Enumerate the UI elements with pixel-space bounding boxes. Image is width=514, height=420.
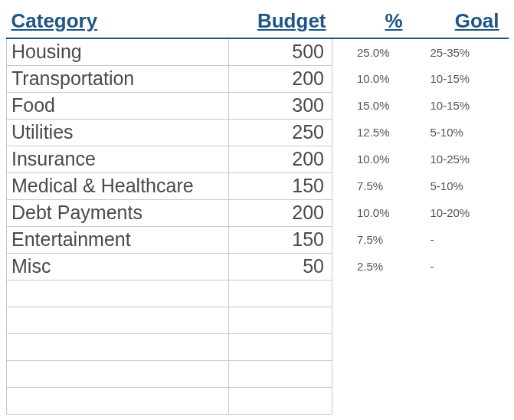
table-row bbox=[7, 360, 509, 387]
cell-goal: 5-10% bbox=[424, 119, 509, 146]
table-row: Entertainment1507.5%- bbox=[7, 226, 509, 253]
cell-budget: 150 bbox=[229, 172, 332, 199]
cell-category: Food bbox=[7, 92, 229, 119]
cell-goal: 10-15% bbox=[424, 65, 509, 92]
cell-budget bbox=[229, 333, 332, 360]
header-category: Category bbox=[7, 6, 229, 38]
cell-percent bbox=[332, 280, 424, 307]
table-row: Misc502.5%- bbox=[7, 253, 509, 280]
cell-goal: - bbox=[424, 226, 509, 253]
cell-category: Medical & Healthcare bbox=[7, 172, 229, 199]
header-goal: Goal bbox=[424, 6, 509, 38]
cell-category: Entertainment bbox=[7, 226, 229, 253]
cell-goal bbox=[424, 387, 509, 414]
cell-budget bbox=[229, 280, 332, 307]
cell-budget: 200 bbox=[229, 146, 332, 172]
cell-percent: 10.0% bbox=[332, 65, 424, 92]
cell-budget: 300 bbox=[229, 92, 332, 119]
cell-budget: 150 bbox=[229, 226, 332, 253]
cell-percent: 25.0% bbox=[332, 38, 424, 65]
table-row: Housing50025.0%25-35% bbox=[7, 38, 509, 65]
cell-budget bbox=[229, 387, 332, 414]
cell-budget: 200 bbox=[229, 65, 332, 92]
header-budget: Budget bbox=[229, 6, 332, 38]
table-row: Insurance20010.0%10-25% bbox=[7, 146, 509, 172]
table-row bbox=[7, 307, 509, 333]
cell-percent: 7.5% bbox=[332, 172, 424, 199]
cell-percent bbox=[332, 387, 424, 414]
cell-goal: 25-35% bbox=[424, 38, 509, 65]
table-row: Debt Payments20010.0%10-20% bbox=[7, 199, 509, 226]
header-row: Category Budget % Goal bbox=[7, 6, 509, 38]
cell-category: Transportation bbox=[7, 65, 229, 92]
cell-goal bbox=[424, 360, 509, 387]
cell-percent: 10.0% bbox=[332, 199, 424, 226]
table-row: Food30015.0%10-15% bbox=[7, 92, 509, 119]
cell-percent: 10.0% bbox=[332, 146, 424, 172]
cell-budget: 200 bbox=[229, 199, 332, 226]
table-row: Utilities25012.5%5-10% bbox=[7, 119, 509, 146]
cell-goal: - bbox=[424, 253, 509, 280]
table-row bbox=[7, 333, 509, 360]
cell-category: Utilities bbox=[7, 119, 229, 146]
cell-goal: 10-15% bbox=[424, 92, 509, 119]
cell-category: Misc bbox=[7, 253, 229, 280]
cell-percent bbox=[332, 307, 424, 333]
table-row: Medical & Healthcare1507.5%5-10% bbox=[7, 172, 509, 199]
cell-percent bbox=[332, 333, 424, 360]
table-row bbox=[7, 387, 509, 414]
cell-percent: 2.5% bbox=[332, 253, 424, 280]
cell-budget: 50 bbox=[229, 253, 332, 280]
cell-goal bbox=[424, 307, 509, 333]
cell-category bbox=[7, 387, 229, 414]
cell-budget bbox=[229, 360, 332, 387]
header-percent: % bbox=[332, 6, 424, 38]
cell-budget bbox=[229, 307, 332, 333]
cell-goal bbox=[424, 333, 509, 360]
cell-category: Debt Payments bbox=[7, 199, 229, 226]
cell-goal: 10-20% bbox=[424, 199, 509, 226]
budget-table: Category Budget % Goal Housing50025.0%25… bbox=[6, 6, 509, 415]
cell-goal bbox=[424, 280, 509, 307]
cell-goal: 5-10% bbox=[424, 172, 509, 199]
cell-category bbox=[7, 333, 229, 360]
cell-category: Insurance bbox=[7, 146, 229, 172]
cell-budget: 500 bbox=[229, 38, 332, 65]
cell-percent: 7.5% bbox=[332, 226, 424, 253]
cell-percent: 12.5% bbox=[332, 119, 424, 146]
cell-percent: 15.0% bbox=[332, 92, 424, 119]
cell-percent bbox=[332, 360, 424, 387]
cell-budget: 250 bbox=[229, 119, 332, 146]
cell-category: Housing bbox=[7, 38, 229, 65]
cell-category bbox=[7, 360, 229, 387]
table-row: Transportation20010.0%10-15% bbox=[7, 65, 509, 92]
table-row bbox=[7, 280, 509, 307]
cell-category bbox=[7, 307, 229, 333]
cell-goal: 10-25% bbox=[424, 146, 509, 172]
cell-category bbox=[7, 280, 229, 307]
